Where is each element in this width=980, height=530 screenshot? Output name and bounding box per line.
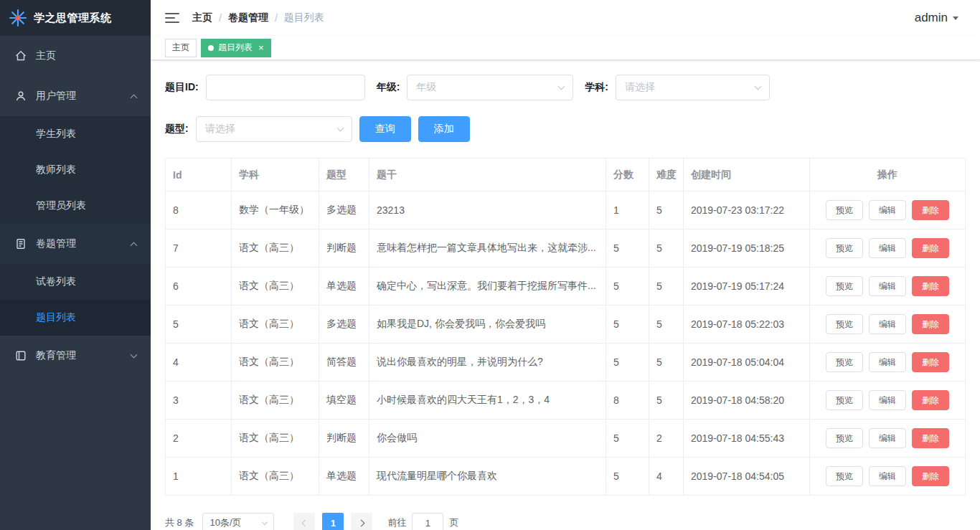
hamburger-icon[interactable] (165, 12, 179, 24)
col-created: 创建时间 (684, 158, 810, 191)
cell-score: 5 (606, 344, 649, 382)
active-dot-icon (208, 45, 214, 51)
cell-created: 2019-07-19 05:17:24 (684, 268, 810, 306)
cell-subject: 数学（一年级） (232, 191, 319, 229)
question-table-body: 8数学（一年级）多选题23213152019-07-23 03:17:22预览编… (166, 191, 966, 496)
delete-button[interactable]: 删除 (912, 276, 949, 296)
delete-button[interactable]: 删除 (912, 466, 949, 486)
cell-actions: 预览编辑删除 (810, 306, 966, 344)
cell-actions: 预览编辑删除 (810, 191, 966, 229)
page-size-value: 10条/页 (209, 516, 241, 529)
sidebar-item-user-management[interactable]: 用户管理 (0, 76, 151, 116)
sidebar-item-label: 主页 (36, 49, 136, 62)
question-type-select-placeholder: 请选择 (205, 123, 235, 136)
sidebar-item-paper-list[interactable]: 试卷列表 (0, 264, 151, 300)
goto-page-input[interactable] (412, 513, 443, 530)
cell-id: 1 (166, 458, 232, 496)
delete-button[interactable]: 删除 (912, 238, 949, 258)
cell-actions: 预览编辑删除 (810, 229, 966, 268)
question-type-select[interactable]: 请选择 (196, 116, 352, 142)
filter-row-1: 题目ID: 年级: 年级 学科: 请选择 (165, 75, 966, 100)
tab-home[interactable]: 主页 (165, 39, 197, 57)
query-button[interactable]: 查询 (359, 116, 411, 142)
delete-button[interactable]: 删除 (912, 390, 949, 410)
breadcrumb: 主页 / 卷题管理 / 题目列表 (192, 11, 324, 24)
delete-button[interactable]: 删除 (912, 428, 949, 448)
next-page-button[interactable] (351, 513, 372, 530)
table-header-row: Id 学科 题型 题干 分数 难度 创建时间 操作 (166, 158, 966, 191)
col-score: 分数 (606, 158, 649, 191)
cell-stem: 意味着怎样把一篇文章具体地写出来，这就牵涉... (369, 229, 606, 268)
content-area: 题目ID: 年级: 年级 学科: 请选择 (151, 60, 980, 530)
edit-button[interactable]: 编辑 (869, 200, 906, 220)
cell-stem: 小时候最喜欢的四大天王有1，2，3，4 (369, 382, 606, 420)
cell-subject: 语文（高三） (232, 306, 319, 344)
user-menu[interactable]: admin (915, 11, 958, 25)
cell-score: 5 (606, 420, 649, 458)
delete-button[interactable]: 删除 (912, 314, 949, 334)
sidebar-item-teacher-list[interactable]: 教师列表 (0, 152, 151, 188)
prev-page-button[interactable] (293, 513, 315, 530)
total-count: 共 8 条 (165, 516, 194, 529)
close-icon[interactable]: × (258, 43, 264, 52)
cell-type: 判断题 (319, 420, 369, 458)
table-row: 8数学（一年级）多选题23213152019-07-23 03:17:22预览编… (166, 191, 966, 229)
sidebar-item-home[interactable]: 主页 (0, 36, 151, 76)
sidebar-item-admin-list[interactable]: 管理员列表 (0, 188, 151, 224)
sidebar-item-exam-management[interactable]: 卷题管理 (0, 224, 151, 264)
edit-button[interactable]: 编辑 (869, 314, 906, 334)
delete-button[interactable]: 删除 (912, 200, 949, 220)
subject-select[interactable]: 请选择 (616, 75, 770, 100)
preview-button[interactable]: 预览 (826, 466, 863, 486)
chevron-right-icon (358, 519, 365, 526)
edit-button[interactable]: 编辑 (869, 466, 906, 486)
sidebar-item-question-list[interactable]: 题目列表 (0, 300, 151, 336)
cell-subject: 语文（高三） (232, 382, 319, 420)
breadcrumb-exam-management[interactable]: 卷题管理 (228, 11, 268, 24)
add-button[interactable]: 添加 (418, 116, 470, 142)
preview-button[interactable]: 预览 (826, 200, 863, 220)
tags-bar: 主页 题目列表 × (151, 36, 980, 60)
cell-id: 4 (166, 344, 232, 382)
page-unit-label: 页 (449, 516, 458, 529)
preview-button[interactable]: 预览 (826, 276, 863, 296)
edit-button[interactable]: 编辑 (869, 276, 906, 296)
delete-button[interactable]: 删除 (912, 352, 949, 372)
chevron-down-icon (336, 125, 344, 132)
preview-button[interactable]: 预览 (826, 428, 863, 448)
page-button-1[interactable]: 1 (322, 513, 344, 530)
chevron-left-icon (302, 519, 309, 526)
question-table: Id 学科 题型 题干 分数 难度 创建时间 操作 8数学（一年级）多选题232… (165, 158, 966, 496)
grade-select[interactable]: 年级 (407, 75, 573, 100)
col-stem: 题干 (369, 158, 606, 191)
edit-button[interactable]: 编辑 (869, 390, 906, 410)
chevron-down-icon (131, 351, 138, 358)
edit-button[interactable]: 编辑 (869, 352, 906, 372)
cell-actions: 预览编辑删除 (810, 382, 966, 420)
col-difficulty: 难度 (649, 158, 684, 191)
notebook-icon (14, 349, 27, 362)
sidebar-item-education-management[interactable]: 教育管理 (0, 336, 151, 376)
preview-button[interactable]: 预览 (826, 314, 863, 334)
tab-question-list[interactable]: 题目列表 × (201, 39, 271, 57)
pagination: 共 8 条 10条/页 1 前往 页 (165, 513, 966, 530)
submenu-user-management: 学生列表 教师列表 管理员列表 (0, 116, 151, 224)
cell-type: 简答题 (319, 344, 369, 382)
preview-button[interactable]: 预览 (826, 238, 863, 258)
cell-type: 单选题 (319, 458, 369, 496)
sidebar-menu: 主页 用户管理 学生列表 教师列表 管理员列表 卷题管理 (0, 36, 151, 530)
sidebar-item-student-list[interactable]: 学生列表 (0, 116, 151, 152)
cell-stem: 说出你最喜欢的明星，并说明为什么? (369, 344, 606, 382)
cell-id: 8 (166, 191, 232, 229)
breadcrumb-home[interactable]: 主页 (192, 11, 212, 24)
preview-button[interactable]: 预览 (826, 352, 863, 372)
home-icon (14, 49, 27, 62)
page-size-select[interactable]: 10条/页 (202, 513, 274, 530)
cell-subject: 语文（高三） (232, 229, 319, 268)
preview-button[interactable]: 预览 (826, 390, 863, 410)
question-id-input[interactable] (206, 75, 365, 100)
cell-stem: 如果我是DJ, 你会爱我吗，你会爱我吗 (369, 306, 606, 344)
edit-button[interactable]: 编辑 (869, 428, 906, 448)
edit-button[interactable]: 编辑 (869, 238, 906, 258)
grade-label: 年级: (377, 81, 400, 94)
